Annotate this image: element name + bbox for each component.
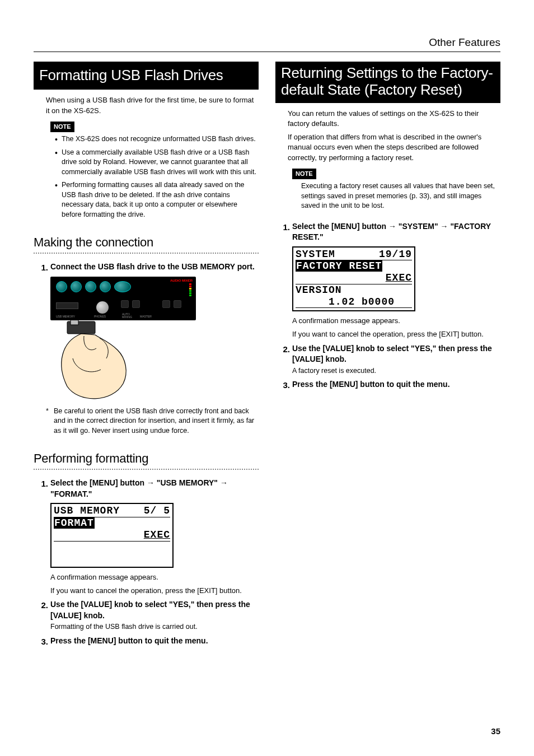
button-icon xyxy=(162,300,170,308)
note-text: Executing a factory reset causes all val… xyxy=(301,181,500,211)
auto-label: AUTO MIXING xyxy=(122,313,132,319)
button-group xyxy=(121,300,140,308)
usb-label: USB MEMORY xyxy=(56,315,75,319)
dotted-rule xyxy=(34,469,259,470)
footnote: * Be careful to orient the USB flash dri… xyxy=(46,407,259,436)
step-text: Use the [VALUE] knob to select "YES," th… xyxy=(50,599,259,621)
step-text: Connect the USB flash drive to the USB M… xyxy=(50,262,259,273)
big-knob-icon xyxy=(96,301,109,314)
knob-icon xyxy=(100,281,111,292)
lcd-pages: 5/ 5 xyxy=(144,505,170,517)
header-rule xyxy=(34,52,500,52)
step-text-part: "FORMAT." xyxy=(50,489,92,498)
note-item: Performing formatting causes all data al… xyxy=(55,180,259,220)
note-item: The XS-62S does not recognize unformatte… xyxy=(55,134,259,144)
step-number: 3. xyxy=(278,379,290,391)
arrow-icon: → xyxy=(147,478,154,487)
step-reset-1: 1. Select the [MENU] button → "SYSTEM" →… xyxy=(278,221,500,243)
arrow-icon: → xyxy=(441,222,448,231)
button-icon xyxy=(174,300,181,308)
note-list: The XS-62S does not recognize unformatte… xyxy=(55,134,259,220)
intro-text: When using a USB flash drive for the fir… xyxy=(46,95,259,115)
lcd-line xyxy=(54,542,170,553)
subheading-connection: Making the connection xyxy=(34,234,259,251)
mixer-label: AUDIO MIXER xyxy=(170,278,193,283)
knob-icon xyxy=(85,281,96,292)
step-text-part: Select the [MENU] button xyxy=(50,478,147,487)
heading-format-usb: Formatting USB Flash Drives xyxy=(34,62,259,90)
step-text-part: "USB MEMORY" xyxy=(154,478,220,487)
step-format-3: 3. Press the [MENU] button to quit the m… xyxy=(36,636,259,647)
step-subtext: A factory reset is executed. xyxy=(292,366,500,376)
arrow-icon: → xyxy=(220,478,228,487)
button-icon xyxy=(132,300,140,308)
step-format-1: 1. Select the [MENU] button → "USB MEMOR… xyxy=(36,478,259,500)
knob-icon xyxy=(71,281,82,292)
intro-text: You can return the values of settings on… xyxy=(288,109,500,129)
step-connect: 1. Connect the USB flash drive to the US… xyxy=(36,262,259,273)
device-illustration: AUDIO MIXER xyxy=(50,277,259,403)
lcd-line: VERSION xyxy=(296,284,412,296)
lcd-line: USB MEMORY5/ 5 xyxy=(54,505,170,517)
knob-icon xyxy=(114,281,131,292)
step-text: Use the [VALUE] knob to select "YES," th… xyxy=(292,343,500,365)
led-meter-icon xyxy=(189,283,191,296)
step-number: 2. xyxy=(278,343,290,376)
step-text-part: "SYSTEM" xyxy=(396,222,441,231)
step-number: 2. xyxy=(36,599,48,632)
note-item: Use a commercially available USB flash d… xyxy=(55,148,259,178)
lcd-pages: 19/19 xyxy=(379,249,412,260)
hand-usb-icon xyxy=(50,319,259,403)
cancel-text: If you want to cancel the operation, pre… xyxy=(292,329,500,339)
master-label: MASTER xyxy=(140,315,152,319)
note-tag: NOTE xyxy=(50,122,74,132)
lcd-screen-system: SYSTEM19/19 FACTORY RESET EXEC VERSION 1… xyxy=(292,246,415,311)
lcd-title: USB MEMORY xyxy=(54,505,120,516)
lcd-line: FORMAT xyxy=(54,517,170,529)
button-group xyxy=(162,300,181,308)
knob-icon xyxy=(56,281,67,292)
footnote-text: Be careful to orient the USB flash drive… xyxy=(54,407,259,436)
section-header: Other Features xyxy=(429,36,500,49)
step-number: 3. xyxy=(36,636,48,647)
device-panel: AUDIO MIXER xyxy=(50,277,196,320)
step-format-2: 2. Use the [VALUE] knob to select "YES,"… xyxy=(36,599,259,632)
right-column: Returning Settings to the Factory-defaul… xyxy=(275,62,500,651)
lcd-selection: FORMAT xyxy=(54,517,95,529)
note-tag: NOTE xyxy=(292,169,316,179)
lcd-line: EXEC xyxy=(296,272,412,284)
usb-slot-icon xyxy=(56,302,78,309)
step-text: Select the [MENU] button → "SYSTEM" → "F… xyxy=(292,221,500,243)
lcd-exec: EXEC xyxy=(386,272,412,283)
lcd-line: EXEC xyxy=(54,529,170,542)
lcd-title: SYSTEM xyxy=(296,249,335,260)
cancel-text: If you want to cancel the operation, pre… xyxy=(50,586,259,596)
step-text-part: Select the [MENU] button xyxy=(292,222,388,231)
confirm-text: A confirmation message appears. xyxy=(50,572,259,582)
step-number: 1. xyxy=(36,262,48,273)
lcd-line xyxy=(54,553,170,564)
left-column: Formatting USB Flash Drives When using a… xyxy=(34,62,259,651)
subheading-formatting: Performing formatting xyxy=(34,450,259,468)
lcd-screen-usb: USB MEMORY5/ 5 FORMAT EXEC xyxy=(50,503,174,567)
intro-text: If operation that differs from what is d… xyxy=(288,132,500,163)
lcd-line: 1.02 b0000 xyxy=(296,296,412,309)
asterisk: * xyxy=(46,407,54,436)
step-number: 1. xyxy=(36,478,48,500)
phones-label: PHONES xyxy=(94,315,106,319)
confirm-text: A confirmation message appears. xyxy=(292,316,500,326)
lcd-exec: EXEC xyxy=(144,529,170,540)
button-icon xyxy=(121,300,129,308)
lcd-line: SYSTEM19/19 xyxy=(296,249,412,261)
heading-factory-reset: Returning Settings to the Factory-defaul… xyxy=(275,62,500,103)
step-subtext: Formatting of the USB flash drive is car… xyxy=(50,622,259,632)
arrow-icon: → xyxy=(388,222,396,231)
step-text: Select the [MENU] button → "USB MEMORY" … xyxy=(50,478,259,500)
lcd-line: FACTORY RESET xyxy=(296,260,412,272)
step-reset-3: 3. Press the [MENU] button to quit the m… xyxy=(278,379,500,391)
step-text: Press the [MENU] button to quit the menu… xyxy=(292,379,500,390)
page-number: 35 xyxy=(491,726,500,736)
step-number: 1. xyxy=(278,221,290,243)
step-reset-2: 2. Use the [VALUE] knob to select "YES,"… xyxy=(278,343,500,376)
lcd-selection: FACTORY RESET xyxy=(296,260,382,272)
